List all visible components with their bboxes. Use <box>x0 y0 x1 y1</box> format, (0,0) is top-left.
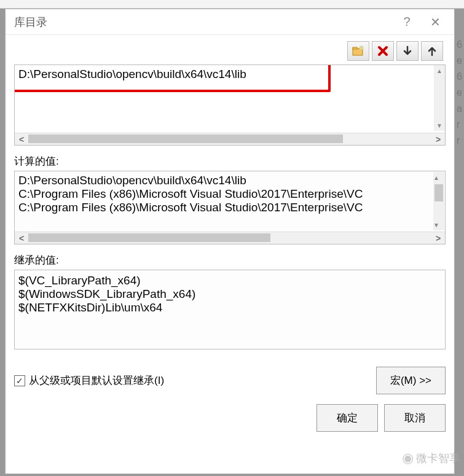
scroll-right-icon[interactable]: > <box>431 135 445 144</box>
svg-rect-1 <box>353 47 357 49</box>
move-down-button[interactable] <box>396 41 419 61</box>
computed-hscroll[interactable]: < > <box>15 232 445 244</box>
list-item: $(NETFXKitsDir)Lib\um\x64 <box>18 301 441 314</box>
background-tabbar <box>0 0 464 9</box>
scroll-up-icon[interactable]: ▲ <box>433 172 439 183</box>
inherited-label: 继承的值: <box>14 253 446 267</box>
list-item: D:\PersonalStudio\opencv\build\x64\vc14\… <box>18 174 433 187</box>
cancel-button[interactable]: 取消 <box>384 404 446 432</box>
vscroll-thumb[interactable] <box>435 184 443 201</box>
dialog-content: D:\PersonalStudio\opencv\build\x64\vc14\… <box>6 35 454 474</box>
dialog-titlebar: 库目录 ? ✕ <box>6 9 454 35</box>
user-entries-vscroll[interactable]: ▲ ▼ <box>434 65 445 131</box>
list-item: C:\Program Files (x86)\Microsoft Visual … <box>18 201 433 214</box>
hscroll-track[interactable] <box>28 232 431 244</box>
user-entries-list[interactable]: D:\PersonalStudio\opencv\build\x64\vc14\… <box>14 64 446 146</box>
hscroll-thumb[interactable] <box>28 233 270 242</box>
list-toolbar <box>14 41 446 61</box>
hscroll-track[interactable] <box>28 133 431 145</box>
delete-icon <box>377 45 388 57</box>
scroll-down-icon[interactable]: ▼ <box>433 219 439 230</box>
inherit-checkbox-text: 从父级或项目默认设置继承(I) <box>29 373 164 388</box>
inherit-checkbox[interactable]: ✓ <box>14 375 25 386</box>
folder-new-icon <box>352 45 364 57</box>
user-entries-wrap: D:\PersonalStudio\opencv\build\x64\vc14\… <box>14 64 446 146</box>
scroll-right-icon[interactable]: > <box>431 233 445 243</box>
list-item: $(VC_LibraryPath_x64) <box>18 274 441 287</box>
options-row: ✓ 从父级或项目默认设置继承(I) 宏(M) >> <box>14 367 446 394</box>
scroll-left-icon[interactable]: < <box>15 135 28 144</box>
scroll-up-icon[interactable]: ▲ <box>434 65 445 76</box>
scroll-down-icon[interactable]: ▼ <box>434 120 445 131</box>
check-icon: ✓ <box>16 376 23 386</box>
computed-vscroll[interactable]: ▲ ▼ <box>433 172 444 230</box>
dialog-buttons: 确定 取消 <box>14 404 446 432</box>
list-item[interactable]: D:\PersonalStudio\opencv\build\x64\vc14\… <box>18 68 433 81</box>
close-button[interactable]: ✕ <box>421 9 449 34</box>
user-entries-inner[interactable]: D:\PersonalStudio\opencv\build\x64\vc14\… <box>15 65 445 133</box>
arrow-up-icon <box>427 45 437 57</box>
dialog-title: 库目录 <box>14 15 393 29</box>
hscroll-thumb[interactable] <box>28 135 343 143</box>
ok-button[interactable]: 确定 <box>317 404 378 432</box>
help-button[interactable]: ? <box>393 9 421 34</box>
list-item: C:\Program Files (x86)\Microsoft Visual … <box>18 187 433 201</box>
scroll-left-icon[interactable]: < <box>15 233 28 243</box>
move-up-button[interactable] <box>421 41 443 61</box>
user-entries-hscroll[interactable]: < > <box>15 133 445 145</box>
computed-values-list: D:\PersonalStudio\opencv\build\x64\vc14\… <box>14 171 446 244</box>
inherit-checkbox-label[interactable]: ✓ 从父级或项目默认设置继承(I) <box>14 373 370 388</box>
inherited-values-list: $(VC_LibraryPath_x64) $(WindowsSDK_Libra… <box>14 270 446 349</box>
arrow-down-icon <box>403 45 412 57</box>
computed-label: 计算的值: <box>14 154 446 168</box>
new-line-button[interactable] <box>347 41 369 61</box>
list-item: $(WindowsSDK_LibraryPath_x64) <box>18 287 441 301</box>
delete-line-button[interactable] <box>372 41 394 61</box>
cropped-right-text: 6 e 6 e a r r <box>457 37 464 160</box>
computed-inner: D:\PersonalStudio\opencv\build\x64\vc14\… <box>15 171 445 232</box>
macros-button[interactable]: 宏(M) >> <box>376 367 446 394</box>
library-dirs-dialog: 库目录 ? ✕ <box>5 9 455 474</box>
